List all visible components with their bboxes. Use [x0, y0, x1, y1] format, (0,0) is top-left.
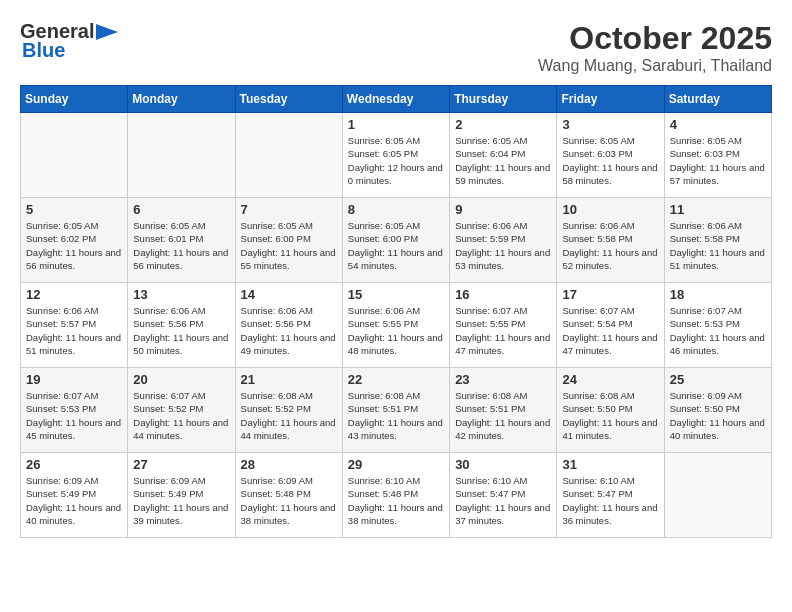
calendar-week-3: 12Sunrise: 6:06 AMSunset: 5:57 PMDayligh… [21, 283, 772, 368]
day-info: Sunrise: 6:07 AMSunset: 5:53 PMDaylight:… [670, 304, 766, 357]
month-title: October 2025 [538, 20, 772, 57]
location: Wang Muang, Saraburi, Thailand [538, 57, 772, 75]
day-info: Sunrise: 6:06 AMSunset: 5:55 PMDaylight:… [348, 304, 444, 357]
day-info: Sunrise: 6:05 AMSunset: 6:03 PMDaylight:… [562, 134, 658, 187]
calendar-cell: 3Sunrise: 6:05 AMSunset: 6:03 PMDaylight… [557, 113, 664, 198]
svg-marker-0 [96, 24, 118, 40]
calendar-cell: 4Sunrise: 6:05 AMSunset: 6:03 PMDaylight… [664, 113, 771, 198]
day-number: 24 [562, 372, 658, 387]
calendar-cell: 6Sunrise: 6:05 AMSunset: 6:01 PMDaylight… [128, 198, 235, 283]
day-number: 20 [133, 372, 229, 387]
day-number: 10 [562, 202, 658, 217]
day-number: 21 [241, 372, 337, 387]
day-info: Sunrise: 6:07 AMSunset: 5:53 PMDaylight:… [26, 389, 122, 442]
calendar-cell: 26Sunrise: 6:09 AMSunset: 5:49 PMDayligh… [21, 453, 128, 538]
day-info: Sunrise: 6:10 AMSunset: 5:47 PMDaylight:… [562, 474, 658, 527]
logo-arrow-icon [96, 24, 118, 40]
logo: General Blue [20, 20, 118, 62]
calendar-cell: 18Sunrise: 6:07 AMSunset: 5:53 PMDayligh… [664, 283, 771, 368]
calendar-cell: 27Sunrise: 6:09 AMSunset: 5:49 PMDayligh… [128, 453, 235, 538]
day-info: Sunrise: 6:06 AMSunset: 5:56 PMDaylight:… [133, 304, 229, 357]
calendar-cell: 8Sunrise: 6:05 AMSunset: 6:00 PMDaylight… [342, 198, 449, 283]
calendar-cell [235, 113, 342, 198]
calendar-cell: 13Sunrise: 6:06 AMSunset: 5:56 PMDayligh… [128, 283, 235, 368]
calendar-cell: 23Sunrise: 6:08 AMSunset: 5:51 PMDayligh… [450, 368, 557, 453]
weekday-header-row: SundayMondayTuesdayWednesdayThursdayFrid… [21, 86, 772, 113]
day-number: 22 [348, 372, 444, 387]
calendar-cell: 28Sunrise: 6:09 AMSunset: 5:48 PMDayligh… [235, 453, 342, 538]
day-number: 13 [133, 287, 229, 302]
calendar-cell [664, 453, 771, 538]
calendar-cell: 12Sunrise: 6:06 AMSunset: 5:57 PMDayligh… [21, 283, 128, 368]
calendar-cell: 19Sunrise: 6:07 AMSunset: 5:53 PMDayligh… [21, 368, 128, 453]
day-number: 1 [348, 117, 444, 132]
calendar-cell: 15Sunrise: 6:06 AMSunset: 5:55 PMDayligh… [342, 283, 449, 368]
day-number: 12 [26, 287, 122, 302]
calendar-cell: 5Sunrise: 6:05 AMSunset: 6:02 PMDaylight… [21, 198, 128, 283]
calendar-cell [128, 113, 235, 198]
day-info: Sunrise: 6:08 AMSunset: 5:52 PMDaylight:… [241, 389, 337, 442]
weekday-header-thursday: Thursday [450, 86, 557, 113]
calendar-cell: 22Sunrise: 6:08 AMSunset: 5:51 PMDayligh… [342, 368, 449, 453]
day-number: 18 [670, 287, 766, 302]
day-info: Sunrise: 6:06 AMSunset: 5:58 PMDaylight:… [562, 219, 658, 272]
day-info: Sunrise: 6:07 AMSunset: 5:54 PMDaylight:… [562, 304, 658, 357]
day-number: 16 [455, 287, 551, 302]
calendar-week-5: 26Sunrise: 6:09 AMSunset: 5:49 PMDayligh… [21, 453, 772, 538]
calendar-cell: 1Sunrise: 6:05 AMSunset: 6:05 PMDaylight… [342, 113, 449, 198]
calendar-cell: 17Sunrise: 6:07 AMSunset: 5:54 PMDayligh… [557, 283, 664, 368]
day-number: 14 [241, 287, 337, 302]
day-number: 30 [455, 457, 551, 472]
weekday-header-sunday: Sunday [21, 86, 128, 113]
day-info: Sunrise: 6:05 AMSunset: 6:04 PMDaylight:… [455, 134, 551, 187]
day-number: 15 [348, 287, 444, 302]
logo-blue: Blue [22, 39, 65, 62]
day-info: Sunrise: 6:07 AMSunset: 5:55 PMDaylight:… [455, 304, 551, 357]
day-info: Sunrise: 6:06 AMSunset: 5:59 PMDaylight:… [455, 219, 551, 272]
day-info: Sunrise: 6:08 AMSunset: 5:51 PMDaylight:… [348, 389, 444, 442]
day-info: Sunrise: 6:06 AMSunset: 5:56 PMDaylight:… [241, 304, 337, 357]
calendar-cell: 14Sunrise: 6:06 AMSunset: 5:56 PMDayligh… [235, 283, 342, 368]
day-number: 27 [133, 457, 229, 472]
page-header: General Blue October 2025 Wang Muang, Sa… [20, 20, 772, 75]
day-info: Sunrise: 6:10 AMSunset: 5:47 PMDaylight:… [455, 474, 551, 527]
weekday-header-monday: Monday [128, 86, 235, 113]
calendar-cell: 24Sunrise: 6:08 AMSunset: 5:50 PMDayligh… [557, 368, 664, 453]
day-info: Sunrise: 6:06 AMSunset: 5:57 PMDaylight:… [26, 304, 122, 357]
calendar-cell: 25Sunrise: 6:09 AMSunset: 5:50 PMDayligh… [664, 368, 771, 453]
day-number: 17 [562, 287, 658, 302]
day-number: 25 [670, 372, 766, 387]
day-info: Sunrise: 6:05 AMSunset: 6:02 PMDaylight:… [26, 219, 122, 272]
day-number: 19 [26, 372, 122, 387]
day-number: 7 [241, 202, 337, 217]
day-number: 3 [562, 117, 658, 132]
day-info: Sunrise: 6:09 AMSunset: 5:49 PMDaylight:… [133, 474, 229, 527]
day-info: Sunrise: 6:05 AMSunset: 6:01 PMDaylight:… [133, 219, 229, 272]
calendar-cell: 11Sunrise: 6:06 AMSunset: 5:58 PMDayligh… [664, 198, 771, 283]
calendar-cell: 10Sunrise: 6:06 AMSunset: 5:58 PMDayligh… [557, 198, 664, 283]
day-number: 29 [348, 457, 444, 472]
day-info: Sunrise: 6:05 AMSunset: 6:05 PMDaylight:… [348, 134, 444, 187]
calendar-week-4: 19Sunrise: 6:07 AMSunset: 5:53 PMDayligh… [21, 368, 772, 453]
day-info: Sunrise: 6:10 AMSunset: 5:48 PMDaylight:… [348, 474, 444, 527]
calendar-cell: 29Sunrise: 6:10 AMSunset: 5:48 PMDayligh… [342, 453, 449, 538]
day-info: Sunrise: 6:09 AMSunset: 5:49 PMDaylight:… [26, 474, 122, 527]
day-info: Sunrise: 6:07 AMSunset: 5:52 PMDaylight:… [133, 389, 229, 442]
calendar-week-1: 1Sunrise: 6:05 AMSunset: 6:05 PMDaylight… [21, 113, 772, 198]
day-number: 31 [562, 457, 658, 472]
calendar-cell: 7Sunrise: 6:05 AMSunset: 6:00 PMDaylight… [235, 198, 342, 283]
day-number: 2 [455, 117, 551, 132]
day-number: 11 [670, 202, 766, 217]
calendar-cell: 9Sunrise: 6:06 AMSunset: 5:59 PMDaylight… [450, 198, 557, 283]
day-number: 26 [26, 457, 122, 472]
day-number: 8 [348, 202, 444, 217]
day-info: Sunrise: 6:05 AMSunset: 6:00 PMDaylight:… [241, 219, 337, 272]
day-number: 4 [670, 117, 766, 132]
day-info: Sunrise: 6:05 AMSunset: 6:00 PMDaylight:… [348, 219, 444, 272]
weekday-header-saturday: Saturday [664, 86, 771, 113]
weekday-header-wednesday: Wednesday [342, 86, 449, 113]
calendar-week-2: 5Sunrise: 6:05 AMSunset: 6:02 PMDaylight… [21, 198, 772, 283]
calendar-cell: 30Sunrise: 6:10 AMSunset: 5:47 PMDayligh… [450, 453, 557, 538]
day-info: Sunrise: 6:09 AMSunset: 5:48 PMDaylight:… [241, 474, 337, 527]
calendar-cell: 21Sunrise: 6:08 AMSunset: 5:52 PMDayligh… [235, 368, 342, 453]
